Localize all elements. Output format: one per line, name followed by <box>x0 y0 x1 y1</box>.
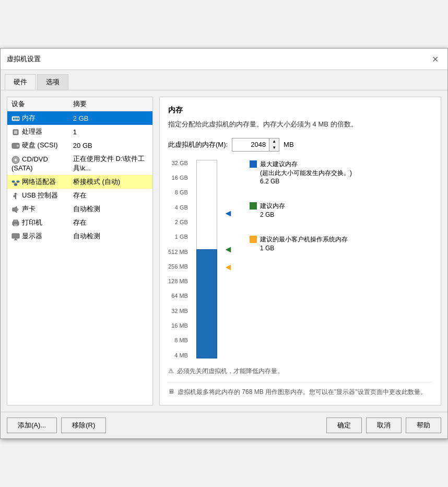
device-summary-cell: 正在使用文件 D:\软件工具\k... <box>69 152 152 175</box>
tab-options[interactable]: 选项 <box>37 74 68 90</box>
device-summary-cell: 2 GB <box>69 111 152 125</box>
device-name-cell: 声卡 <box>7 202 69 216</box>
warning-text: 必须先关闭虚拟机，才能降低内存量。 <box>177 367 284 376</box>
scale-label: 32 MB <box>171 308 188 314</box>
svg-marker-19 <box>13 206 17 213</box>
scale-label: 64 MB <box>171 293 188 299</box>
usb-icon <box>11 192 20 200</box>
table-row[interactable]: 处理器1 <box>7 125 152 138</box>
device-summary-cell: 桥接模式 (自动) <box>69 175 152 189</box>
svg-rect-1 <box>13 118 14 120</box>
legend-rec-text: 建议内存 2 GB <box>260 202 285 219</box>
svg-rect-18 <box>14 195 16 197</box>
table-row[interactable]: 内存2 GB <box>7 111 152 125</box>
device-summary-cell: 自动检测 <box>69 229 152 243</box>
device-summary-cell: 自动检测 <box>69 202 152 216</box>
memory-input-group: ▲ ▼ <box>232 138 279 152</box>
spinner-down-button[interactable]: ▼ <box>269 145 279 151</box>
close-button[interactable]: ✕ <box>429 53 441 65</box>
legend-max-value: 6.2 GB <box>260 177 352 186</box>
device-name-cell: CD/DVD (SATA) <box>7 152 69 175</box>
add-button[interactable]: 添加(A)... <box>7 418 57 433</box>
bottom-bar: 添加(A)... 移除(R) 确定 取消 帮助 <box>1 412 447 438</box>
table-row[interactable]: 显示器自动检测 <box>7 229 152 243</box>
table-row[interactable]: 声卡自动检测 <box>7 202 152 216</box>
device-name-cell: 处理器 <box>7 125 69 138</box>
legend-max-label: 最大建议内存 <box>260 160 352 169</box>
legend-min-color <box>250 236 257 243</box>
memory-icon <box>11 114 20 123</box>
scale-label: 8 GB <box>175 189 188 195</box>
legend-min-text: 建议的最小客户机操作系统内存 1 GB <box>260 235 348 253</box>
hdd-icon <box>11 142 20 150</box>
legend-item-rec: 建议内存 2 GB <box>250 202 432 219</box>
svg-rect-4 <box>18 118 19 120</box>
warning-row: ⚠ 必须先关闭虚拟机，才能降低内存量。 <box>168 367 432 376</box>
device-name-cell: 内存 <box>7 111 69 125</box>
memory-input-row: 此虚拟机的内存(M): ▲ ▼ MB <box>168 138 432 152</box>
legend-area: 最大建议内存 (超出此大小可能发生内存交换。) 6.2 GB 建议内存 2 GB <box>250 160 432 358</box>
bar-fill <box>196 249 217 358</box>
device-name-cell: USB 控制器 <box>7 189 69 202</box>
scale-label: 4 MB <box>174 352 188 358</box>
left-action-buttons: 添加(A)... 移除(R) <box>7 418 106 433</box>
legend-rec-color <box>250 202 257 210</box>
info-row: 🖥 虚拟机最多将此内存的 768 MB 用作图形内存。您可以在"显示器"设置页面… <box>168 382 432 397</box>
table-row[interactable]: 打印机存在 <box>7 216 152 229</box>
device-summary-cell: 1 <box>69 125 152 138</box>
legend-rec-value: 2 GB <box>260 211 285 219</box>
device-name-cell: 网络适配器 <box>7 175 69 189</box>
legend-max-sub: (超出此大小可能发生内存交换。) <box>260 169 352 178</box>
svg-rect-13 <box>15 184 17 185</box>
cpu-icon <box>11 128 20 136</box>
svg-line-16 <box>16 182 18 184</box>
scale-label: 8 MB <box>174 337 188 343</box>
device-summary-cell: 存在 <box>69 216 152 229</box>
scale-label: 512 MB <box>168 249 188 255</box>
dialog-window: 虚拟机设置 ✕ 硬件 选项 设备 摘要 内存2 GB处理器1硬盘 (SCSI)2… <box>0 48 448 439</box>
legend-item-max: 最大建议内存 (超出此大小可能发生内存交换。) 6.2 GB <box>250 160 432 186</box>
col-device: 设备 <box>7 97 69 111</box>
tab-hardware[interactable]: 硬件 <box>5 74 36 90</box>
legend-max-text: 最大建议内存 (超出此大小可能发生内存交换。) 6.2 GB <box>260 160 352 186</box>
device-table: 设备 摘要 内存2 GB处理器1硬盘 (SCSI)20 GBCD/DVD (SA… <box>7 97 152 243</box>
network-icon <box>11 178 20 187</box>
max-memory-arrow: ◄ <box>223 208 233 219</box>
main-content: 设备 摘要 内存2 GB处理器1硬盘 (SCSI)20 GBCD/DVD (SA… <box>1 90 447 412</box>
ok-button[interactable]: 确定 <box>326 418 362 433</box>
col-summary: 摘要 <box>69 97 152 111</box>
memory-bar <box>196 160 217 358</box>
scale-label: 32 GB <box>172 160 188 166</box>
dvd-icon <box>11 156 20 164</box>
table-row[interactable]: CD/DVD (SATA)正在使用文件 D:\软件工具\k... <box>7 152 152 175</box>
svg-rect-2 <box>15 118 16 120</box>
svg-point-10 <box>15 159 17 161</box>
legend-min-value: 1 GB <box>260 244 348 253</box>
legend-recommended: 建议内存 2 GB <box>250 202 432 219</box>
memory-settings-panel: 内存 指定分配给此虚拟机的内存量。内存大小必须为 4 MB 的倍数。 此虚拟机的… <box>159 97 441 405</box>
remove-button[interactable]: 移除(R) <box>61 418 106 433</box>
table-row[interactable]: 硬盘 (SCSI)20 GB <box>7 138 152 152</box>
device-list-panel: 设备 摘要 内存2 GB处理器1硬盘 (SCSI)20 GBCD/DVD (SA… <box>7 97 153 405</box>
legend-min-label: 建议的最小客户机操作系统内存 <box>260 235 348 244</box>
legend-item-min: 建议的最小客户机操作系统内存 1 GB <box>250 235 432 253</box>
table-row[interactable]: 网络适配器桥接模式 (自动) <box>7 175 152 189</box>
table-row[interactable]: USB 控制器存在 <box>7 189 152 202</box>
info-text: 虚拟机最多将此内存的 768 MB 用作图形内存。您可以在"显示器"设置页面中更… <box>178 388 427 397</box>
svg-rect-3 <box>16 118 17 120</box>
spinner-up-button[interactable]: ▲ <box>269 138 279 145</box>
scale-label: 2 GB <box>175 219 188 225</box>
svg-rect-22 <box>14 224 18 226</box>
memory-chart-area: 32 GB16 GB8 GB4 GB2 GB1 GB512 MB256 MB12… <box>168 160 432 358</box>
help-button[interactable]: 帮助 <box>406 418 441 433</box>
cancel-button[interactable]: 取消 <box>366 418 402 433</box>
legend-max-color <box>250 160 257 168</box>
scale-label: 1 GB <box>175 234 188 240</box>
table-header: 设备 摘要 <box>7 97 152 111</box>
min-os-arrow: ◄ <box>223 261 233 272</box>
svg-rect-6 <box>14 131 17 134</box>
recommended-arrow: ◄ <box>223 243 233 254</box>
scale-label: 4 GB <box>175 204 188 211</box>
warning-icon: ⚠ <box>168 367 174 375</box>
memory-value-input[interactable] <box>232 139 269 150</box>
